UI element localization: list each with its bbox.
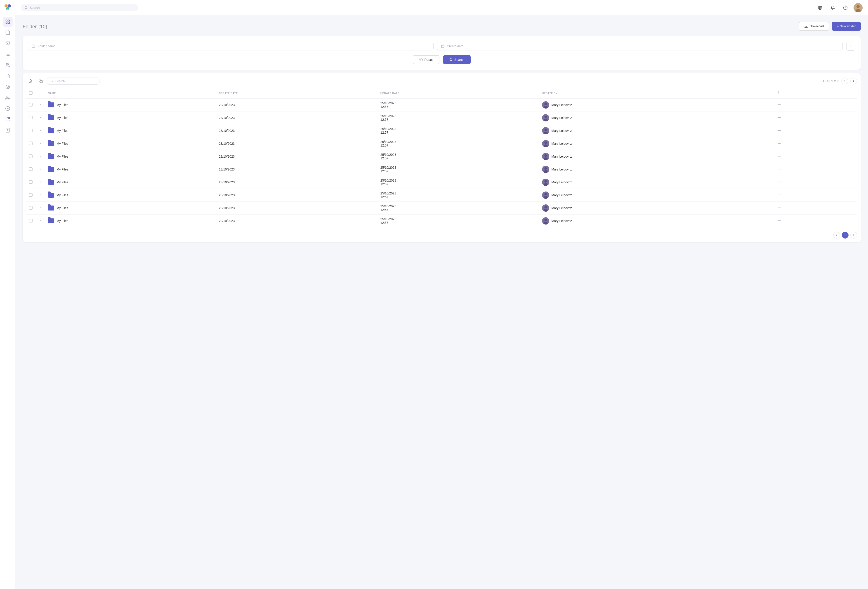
filter-add-button[interactable]: + <box>846 41 855 51</box>
table-row: My Files 23/10/2023 25/10/202312:57 Mary… <box>26 124 857 137</box>
row-create-date-2: 23/10/2023 <box>216 124 378 137</box>
avatar-svg <box>542 114 549 121</box>
header-update-by: UPDATE BY <box>539 88 773 99</box>
header-expand-col <box>35 88 45 99</box>
user-avatar[interactable] <box>853 3 862 12</box>
topbar <box>15 0 868 15</box>
expand-button[interactable] <box>38 116 43 120</box>
folder-name-input[interactable] <box>38 44 430 48</box>
row-more-button[interactable] <box>776 179 783 185</box>
create-date-input[interactable] <box>447 44 839 48</box>
row-create-date-9: 23/10/2023 <box>216 215 378 227</box>
row-checkbox[interactable] <box>29 180 32 184</box>
prev-page-button-top[interactable] <box>841 78 848 84</box>
sidebar-item-money[interactable] <box>3 103 13 114</box>
delete-toolbar-button[interactable] <box>26 77 34 85</box>
create-date-input-wrap[interactable] <box>437 42 843 50</box>
folder-name-input-wrap[interactable] <box>28 42 434 50</box>
row-more-button[interactable] <box>776 141 783 147</box>
row-more-button[interactable] <box>776 154 783 159</box>
row-more-button[interactable] <box>776 115 783 121</box>
expand-button[interactable] <box>38 193 43 197</box>
row-checkbox[interactable] <box>29 128 32 132</box>
svg-point-48 <box>450 59 452 61</box>
expand-button[interactable] <box>38 142 43 146</box>
row-more-8 <box>773 202 857 215</box>
column-more-button[interactable] <box>776 90 781 96</box>
row-more-button[interactable] <box>776 205 783 211</box>
prev-page-button-bottom[interactable] <box>833 232 840 239</box>
user-avatar-small <box>542 127 549 134</box>
sidebar-item-dashboard[interactable] <box>3 17 13 27</box>
row-more-button[interactable] <box>776 218 783 224</box>
row-update-by-7: Mary Leibovitz <box>539 189 773 202</box>
table-search-input[interactable] <box>55 79 96 83</box>
folder-name-label: My Files <box>56 129 68 133</box>
sidebar-item-team[interactable] <box>3 93 13 103</box>
row-checkbox[interactable] <box>29 219 32 223</box>
help-button[interactable] <box>841 3 850 12</box>
copy-icon <box>38 79 43 83</box>
sidebar-item-admin[interactable] <box>3 114 13 124</box>
row-expand-9 <box>35 215 45 227</box>
row-checkbox[interactable] <box>29 206 32 210</box>
calendar-filter-icon <box>441 44 444 48</box>
globe-button[interactable] <box>816 3 825 12</box>
row-more-button[interactable] <box>776 128 783 134</box>
page-title: Folder (10) <box>23 23 47 30</box>
row-more-button[interactable] <box>776 102 783 108</box>
row-update-date-8: 25/10/202312:57 <box>378 202 539 215</box>
expand-button[interactable] <box>38 206 43 210</box>
row-more-2 <box>773 124 857 137</box>
row-create-date-4: 23/10/2023 <box>216 150 378 163</box>
svg-point-81 <box>544 154 547 157</box>
expand-button[interactable] <box>38 167 43 171</box>
copy-toolbar-button[interactable] <box>37 77 45 85</box>
reset-button[interactable]: Reset <box>413 55 440 64</box>
svg-point-63 <box>544 116 547 118</box>
table-toolbar: 1 - 16 of 256 <box>26 77 857 85</box>
row-checkbox[interactable] <box>29 142 32 145</box>
download-button[interactable]: Download <box>799 22 829 31</box>
svg-point-93 <box>544 180 547 183</box>
row-more-button[interactable] <box>776 167 783 173</box>
expand-button[interactable] <box>38 154 43 159</box>
folder-icon <box>48 141 54 146</box>
app-logo[interactable]: Z <box>3 3 12 12</box>
page-header: Folder (10) Download + New Folder <box>23 22 861 31</box>
page-1-button[interactable]: 1 <box>842 232 849 239</box>
row-checkbox-1 <box>26 111 35 124</box>
notifications-button[interactable] <box>828 3 837 12</box>
topbar-search-input[interactable] <box>30 6 135 9</box>
row-checkbox[interactable] <box>29 193 32 197</box>
sidebar-item-invoice[interactable] <box>3 71 13 81</box>
row-checkbox[interactable] <box>29 154 32 158</box>
table-search-wrap[interactable] <box>47 78 99 84</box>
next-page-button-bottom[interactable] <box>850 232 857 239</box>
new-folder-button[interactable]: + New Folder <box>832 22 861 31</box>
help-icon <box>843 6 848 10</box>
row-more-button[interactable] <box>776 192 783 198</box>
select-all-checkbox[interactable] <box>29 91 32 95</box>
row-checkbox[interactable] <box>29 103 32 106</box>
search-filter-button[interactable]: Search <box>443 55 471 64</box>
update-by-name: Mary Leibovitz <box>552 103 572 107</box>
header-create-date: CREATE DATE <box>216 88 378 99</box>
expand-button[interactable] <box>38 103 43 107</box>
sidebar-item-inbox[interactable] <box>3 38 13 49</box>
next-page-button-top[interactable] <box>850 78 857 84</box>
row-update-date-2: 25/10/202312:57 <box>378 124 539 137</box>
expand-button[interactable] <box>38 180 43 185</box>
topbar-actions <box>816 3 862 12</box>
sidebar-item-calendar[interactable] <box>3 28 13 37</box>
expand-button[interactable] <box>38 219 43 223</box>
topbar-search-wrap[interactable] <box>21 4 138 11</box>
page-actions: Download + New Folder <box>799 22 861 31</box>
sidebar-item-badge[interactable] <box>3 82 13 92</box>
sidebar-item-list[interactable] <box>3 49 13 59</box>
expand-button[interactable] <box>38 128 43 133</box>
row-checkbox[interactable] <box>29 167 32 171</box>
sidebar-item-users[interactable] <box>3 60 13 70</box>
row-checkbox[interactable] <box>29 116 32 120</box>
sidebar-item-passport[interactable] <box>3 125 13 135</box>
